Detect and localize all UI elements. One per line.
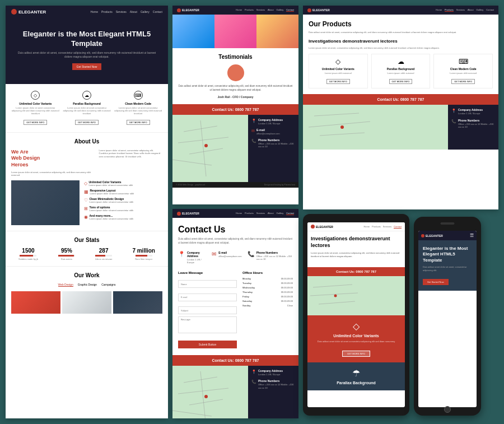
nav-products[interactable]: Products <box>101 10 113 13</box>
map-placeholder-3 <box>303 105 448 150</box>
p-nav-contact[interactable]: Contact <box>486 8 494 12</box>
detail-email-text: office@someplace.com <box>218 255 242 258</box>
hero-cta-button[interactable]: Get Started Now <box>72 63 102 70</box>
phone-home-button[interactable] <box>444 406 451 413</box>
feature-item-1: ◇ Unlimited Color Variants Lorem ipsum d… <box>11 91 60 125</box>
tablet-feature-red: ◇ Unlimited Color Variants Duis adiisci … <box>307 315 405 362</box>
stats-section: Our Stats 1500 Sodales made by jk 95% Du… <box>6 231 168 267</box>
p-nav-services[interactable]: Services <box>456 8 465 12</box>
about-feature-desc-3: Lorem ipsum dolor sit amet consectetur n… <box>90 201 134 203</box>
stat-2: 95% Duis auters <box>58 248 75 260</box>
c-nav-services[interactable]: Services <box>256 212 265 215</box>
nav-contact[interactable]: Contact <box>153 10 162 13</box>
t-nav-products[interactable]: Products <box>245 8 254 12</box>
p-nav-products[interactable]: Products <box>445 8 454 12</box>
tablet-screen: ELEGANTER Home Products Services Contact… <box>307 222 405 407</box>
more-icon: ◉ <box>84 215 88 220</box>
t-nav-services[interactable]: Services <box>256 8 265 12</box>
stat-label-3: Libros sin inturae <box>95 258 112 260</box>
pf-btn-1[interactable]: GET MORE INFO <box>326 79 350 84</box>
about-image <box>11 180 80 225</box>
nav-about[interactable]: About <box>130 10 137 13</box>
t-nav-about[interactable]: About <box>268 8 273 12</box>
design-icon: ♡ <box>84 198 88 203</box>
phone-mockup: ELEGANTER ☰ Eleganter is the Most Elegan… <box>414 217 481 416</box>
work-tabs: Web Design Graphic Design Campaigns <box>11 283 162 287</box>
contact-page-map: 📍 Company Address London 1 UK / Europe 📞… <box>172 366 298 418</box>
testimonials-nav: ELEGANTER Home Products Services About G… <box>172 6 298 15</box>
p-nav-home[interactable]: Home <box>436 8 442 12</box>
work-tab-campaigns[interactable]: Campaigns <box>101 283 115 287</box>
nav-gallery[interactable]: Gallery <box>141 10 150 13</box>
testimonials-content: Testimonials Duis adiisci amet dolor sit… <box>172 48 298 104</box>
t-nav-home[interactable]: Home <box>236 8 242 12</box>
stat-bar-3 <box>95 255 112 257</box>
phone-title-1: Phone Numbers <box>258 138 295 142</box>
product-feature-3: ⌨ Clean Modern Code Lorem ipsum nibh eui… <box>433 54 493 88</box>
contact-info-1: 📍 Company Address London 1 UK / Europe ✉… <box>248 115 298 182</box>
feature-btn-1[interactable]: GET MORE INFO <box>24 120 47 125</box>
phone-logo: ELEGANTER <box>421 234 443 237</box>
tablet-feature-text: Duis adiisci amet dolor sit amet consect… <box>311 340 402 343</box>
phone-cta-button[interactable]: Get Started Now <box>423 279 449 285</box>
c-nav-gallery[interactable]: Gallery <box>277 212 284 215</box>
stat-number-2: 95% <box>58 248 75 254</box>
map-placeholder-2 <box>172 366 248 418</box>
about-feature-row-4: ⊞ Tons of optionsLorem ipsum dolor sit a… <box>84 206 163 212</box>
svg-rect-0 <box>172 115 248 182</box>
t-nav-contact[interactable]: Contact <box>286 8 294 12</box>
hero-nav: ELEGANTER Home Products Services About G… <box>6 9 168 15</box>
c-nav-products[interactable]: Products <box>245 212 254 215</box>
contact-detail-email: ✉ E-mail office@someplace.com <box>212 251 242 264</box>
products-page: ELEGANTER Home Products Services About G… <box>303 6 498 209</box>
feature-btn-3[interactable]: GET MORE INFO <box>127 120 150 125</box>
hamburger-icon[interactable]: ☰ <box>470 233 474 238</box>
tablet-nav-home[interactable]: Home <box>363 225 370 229</box>
c-logo-icon <box>177 212 181 216</box>
contact-page-contact-bar: Contact Us: 0800 787 787 <box>172 355 298 366</box>
nav-home[interactable]: Home <box>91 10 98 13</box>
stat-bar-4 <box>136 255 152 257</box>
tablet-nav-products[interactable]: Products <box>372 225 381 229</box>
right-panel: ELEGANTER Home Products Services About G… <box>303 6 498 418</box>
phone-icon-1: 📞 <box>251 139 256 143</box>
tablet-nav-contact[interactable]: Contact <box>394 225 402 229</box>
address-icon-3: 📍 <box>451 109 456 113</box>
hero-title: Eleganter is the Most Elegant HTML5 Temp… <box>14 30 160 49</box>
pf-btn-3[interactable]: GET MORE INFO <box>451 79 475 84</box>
c-nav-home[interactable]: Home <box>236 212 242 215</box>
work-tab-web[interactable]: Web Design <box>58 283 73 287</box>
p-nav-about[interactable]: About <box>468 8 473 12</box>
submit-button[interactable]: Submit Button <box>178 341 237 348</box>
feature-btn-2[interactable]: GET MORE INFO <box>75 120 99 125</box>
testimonials-author: Josh Rail - CFO / Company <box>178 95 293 99</box>
name-input[interactable] <box>178 280 237 288</box>
email-input[interactable] <box>178 293 237 301</box>
t-nav-gallery[interactable]: Gallery <box>277 8 284 12</box>
nav-services[interactable]: Services <box>116 10 127 13</box>
c-nav-about[interactable]: About <box>268 212 273 215</box>
map-svg-3 <box>303 105 448 150</box>
tablet-nav-services[interactable]: Services <box>383 225 391 229</box>
pf-btn-2[interactable]: GET MORE INFO <box>389 79 413 84</box>
contact-phone-1: 📞 Phone Numbers Office: +316 xxx xx 12 M… <box>251 138 295 148</box>
contact-page-desc: Duis adiisci amet dolor sit amet, consec… <box>178 237 293 245</box>
svg-rect-14 <box>303 105 448 150</box>
code-icon: ⌨ <box>134 91 143 100</box>
c-nav-contact[interactable]: Contact <box>286 212 294 215</box>
feature-title-3: Clean Modern Code <box>114 102 162 105</box>
products-subtitle-text: Lorem ipsum dolor sit amet, consectetur … <box>309 46 493 50</box>
stat-3: 287 Libros sin inturae <box>95 248 112 260</box>
stat-bar-fill-1 <box>20 255 33 257</box>
work-tab-graphic[interactable]: Graphic Design <box>78 283 97 287</box>
email-icon-1: ✉ <box>251 129 255 133</box>
phone-logo-icon <box>421 234 424 237</box>
message-textarea[interactable] <box>178 316 237 333</box>
tablet-feature-btn[interactable]: GET MORE INFO <box>342 351 370 357</box>
contact-phone-2: 📞 Phone Numbers Office: +316 xxx xx 12 M… <box>251 379 295 389</box>
p-nav-gallery[interactable]: Gallery <box>477 8 484 12</box>
hero-img-1 <box>172 15 214 48</box>
subject-input[interactable] <box>178 306 237 314</box>
phone-hero-text: Duis adiisci amet dolor sit amet, consec… <box>423 265 472 272</box>
phone-text-1: Office: +316 xxx xx 12 Mobile: +316 xxx … <box>258 142 295 148</box>
